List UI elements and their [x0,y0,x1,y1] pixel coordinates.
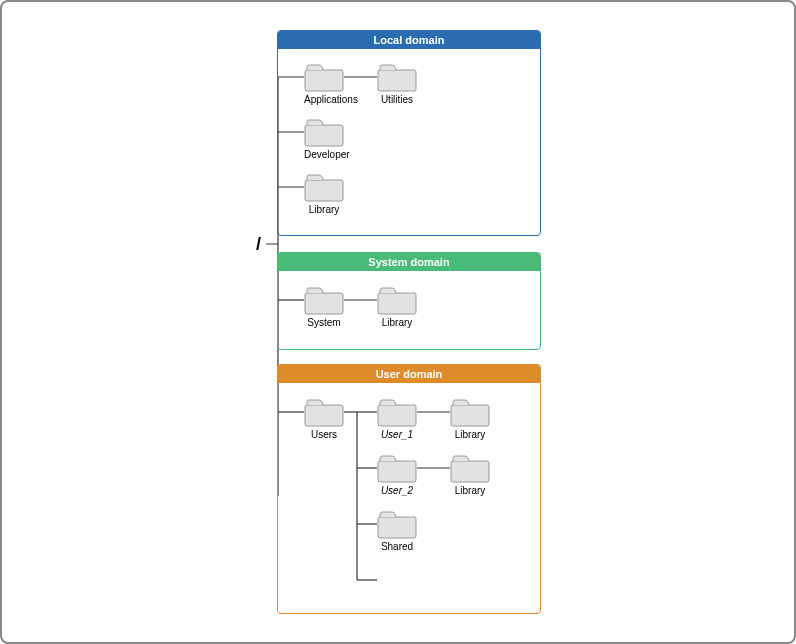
local-domain-header: Local domain [278,31,540,49]
folder-label: Shared [377,541,417,552]
diagram-canvas: / Local domain System domain User domain… [2,2,794,642]
folder-shared: Shared [377,509,417,552]
folder-user1-library: Library [450,397,490,440]
folder-label: Library [450,485,490,496]
folder-users: Users [304,397,344,440]
folder-icon [304,397,344,427]
folder-user2-library: Library [450,453,490,496]
folder-library-local: Library [304,172,344,215]
folder-developer: Developer [304,117,344,160]
folder-icon [304,285,344,315]
folder-label: Users [304,429,344,440]
folder-icon [304,117,344,147]
folder-user2: User_2 [377,453,417,496]
folder-icon [377,62,417,92]
root-label: / [256,234,261,255]
folder-label: Applications [304,94,344,105]
folder-icon [377,397,417,427]
folder-label: Library [377,317,417,328]
folder-system: System [304,285,344,328]
folder-applications: Applications [304,62,344,105]
folder-icon [377,285,417,315]
folder-icon [450,397,490,427]
folder-label: Library [304,204,344,215]
folder-icon [450,453,490,483]
folder-icon [377,453,417,483]
folder-utilities: Utilities [377,62,417,105]
folder-icon [304,172,344,202]
local-title-plain: Local [374,34,406,46]
system-domain-header: System domain [278,253,540,271]
folder-label: System [304,317,344,328]
folder-label: User_2 [377,485,417,496]
folder-user1: User_1 [377,397,417,440]
folder-label: Developer [304,149,344,160]
folder-icon [377,509,417,539]
folder-label: Library [450,429,490,440]
folder-library-system: Library [377,285,417,328]
folder-label: User_1 [377,429,417,440]
folder-label: Utilities [377,94,417,105]
folder-icon [304,62,344,92]
user-domain-header: User domain [278,365,540,383]
local-title-bold: domain [405,34,444,46]
